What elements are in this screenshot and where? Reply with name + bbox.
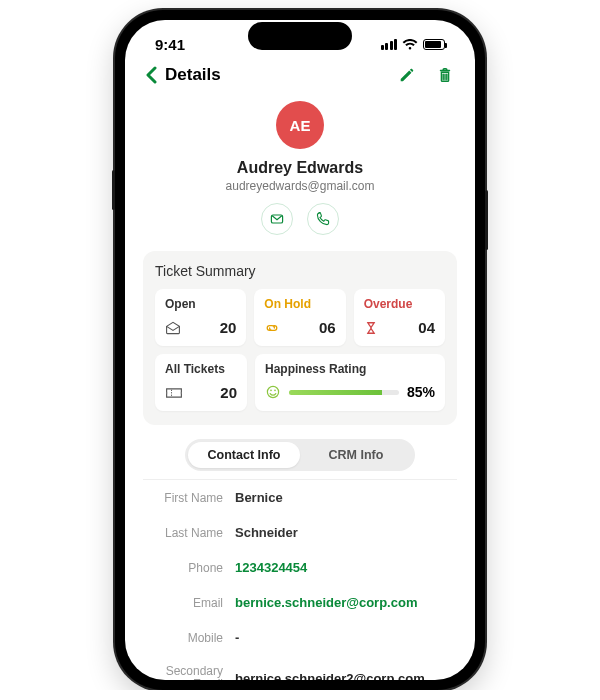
info-tabs: Contact Info CRM Info	[185, 439, 415, 471]
label-email: Email	[145, 596, 235, 610]
overdue-label: Overdue	[364, 297, 435, 311]
value-first-name: Bernice	[235, 490, 283, 505]
dynamic-island	[248, 22, 352, 50]
on-hold-label: On Hold	[264, 297, 335, 311]
svg-point-2	[270, 390, 272, 392]
svg-point-1	[267, 386, 278, 397]
value-email[interactable]: bernice.schneider@corp.com	[235, 595, 417, 610]
tab-contact-info[interactable]: Contact Info	[188, 442, 300, 468]
nav-bar: Details	[125, 55, 475, 93]
row-first-name: First Name Bernice	[143, 480, 457, 515]
svg-point-3	[274, 390, 276, 392]
all-tickets-label: All Tickets	[165, 362, 237, 376]
back-button[interactable]	[145, 66, 157, 84]
status-time: 9:41	[155, 36, 185, 53]
page-title: Details	[165, 65, 221, 85]
phone-frame: 9:41 Details	[115, 10, 485, 690]
label-mobile: Mobile	[145, 631, 235, 645]
label-first-name: First Name	[145, 491, 235, 505]
value-phone[interactable]: 1234324454	[235, 560, 307, 575]
email-action-button[interactable]	[261, 203, 293, 235]
row-email: Email bernice.schneider@corp.com	[143, 585, 457, 620]
call-action-button[interactable]	[307, 203, 339, 235]
on-hold-tickets-card[interactable]: On Hold 06	[254, 289, 345, 346]
link-icon	[264, 321, 280, 335]
on-hold-value: 06	[319, 319, 336, 336]
value-last-name: Schneider	[235, 525, 298, 540]
value-mobile: -	[235, 630, 239, 645]
open-label: Open	[165, 297, 236, 311]
happiness-label: Happiness Rating	[265, 362, 435, 376]
content: AE Audrey Edwards audreyedwards@gmail.co…	[125, 93, 475, 680]
ticket-summary-card: Ticket Summary Open 20 On Hold	[143, 251, 457, 425]
ticket-summary-title: Ticket Summary	[155, 263, 445, 279]
row-phone: Phone 1234324454	[143, 550, 457, 585]
all-tickets-card[interactable]: All Tickets 20	[155, 354, 247, 411]
smile-icon	[265, 384, 281, 400]
happiness-bar	[289, 390, 399, 395]
contact-name: Audrey Edwards	[143, 159, 457, 177]
overdue-tickets-card[interactable]: Overdue 04	[354, 289, 445, 346]
delete-button[interactable]	[435, 65, 455, 85]
contact-email: audreyedwards@gmail.com	[143, 179, 457, 193]
ticket-icon	[165, 387, 183, 399]
status-right	[381, 39, 446, 51]
open-tickets-card[interactable]: Open 20	[155, 289, 246, 346]
overdue-value: 04	[418, 319, 435, 336]
wifi-icon	[402, 39, 418, 51]
tab-crm-info[interactable]: CRM Info	[300, 442, 412, 468]
happiness-value: 85%	[407, 384, 435, 400]
label-last-name: Last Name	[145, 526, 235, 540]
row-last-name: Last Name Schneider	[143, 515, 457, 550]
row-secondary-email: Secondary Email bernice.schneider2@corp.…	[143, 655, 457, 680]
envelope-open-icon	[165, 321, 181, 335]
happiness-card[interactable]: Happiness Rating 85%	[255, 354, 445, 411]
all-tickets-value: 20	[220, 384, 237, 401]
avatar[interactable]: AE	[276, 101, 324, 149]
open-value: 20	[220, 319, 237, 336]
value-secondary-email[interactable]: bernice.schneider2@corp.com	[235, 671, 425, 680]
hourglass-icon	[364, 321, 378, 335]
contact-info-panel: First Name Bernice Last Name Schneider P…	[143, 479, 457, 680]
row-mobile: Mobile -	[143, 620, 457, 655]
label-secondary-email: Secondary Email	[145, 665, 235, 680]
edit-button[interactable]	[397, 65, 417, 85]
profile-header: AE Audrey Edwards audreyedwards@gmail.co…	[143, 93, 457, 245]
cellular-icon	[381, 39, 398, 50]
screen: 9:41 Details	[125, 20, 475, 680]
battery-icon	[423, 39, 445, 50]
label-phone: Phone	[145, 561, 235, 575]
